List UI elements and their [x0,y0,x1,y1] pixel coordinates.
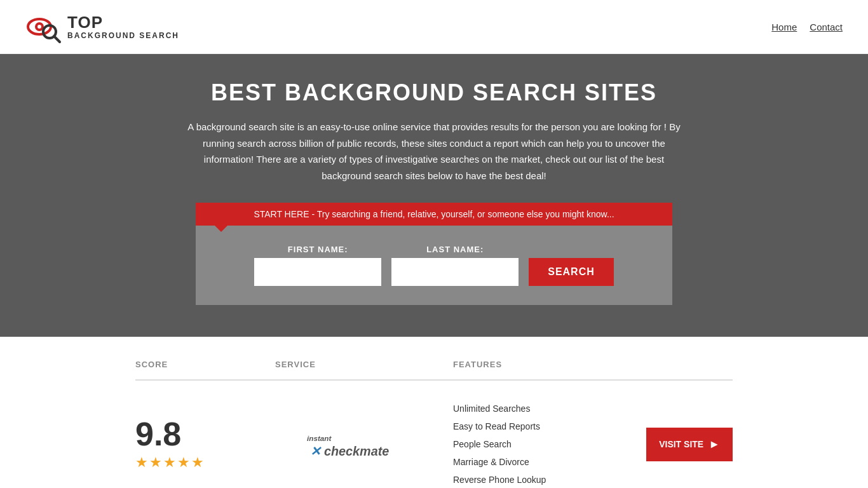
main-nav: Home Contact [771,22,843,32]
last-name-label: LAST NAME: [391,245,519,254]
hero-section: BEST BACKGROUND SEARCH SITES A backgroun… [0,54,868,337]
logo-top: TOP [67,13,179,32]
star-2: ★ [149,454,162,471]
list-item: Marriage & Divorce [453,453,546,471]
score-col: 9.8 ★ ★ ★ ★ ★ [135,417,275,471]
score-number: 9.8 [135,417,181,451]
logo: TOP BACKGROUND SEARCH [25,8,179,46]
features-col: Unlimited Searches Easy to Read Reports … [453,400,733,488]
list-item: People Search [453,435,546,453]
star-5: ★ [191,454,204,471]
svg-text:✕: ✕ [310,444,322,458]
service-col: instant ✕ checkmate [275,425,453,463]
col-service-header: SERVICE [275,360,453,369]
svg-point-2 [37,25,41,29]
results-header: SCORE SERVICE FEATURES [135,349,733,381]
results-section: SCORE SERVICE FEATURES 9.8 ★ ★ ★ ★ ★ ins… [123,349,745,488]
page-title: BEST BACKGROUND SEARCH SITES [13,79,855,106]
logo-text: TOP BACKGROUND SEARCH [67,13,179,40]
features-list: Unlimited Searches Easy to Read Reports … [453,400,546,488]
site-header: TOP BACKGROUND SEARCH Home Contact [0,0,868,54]
visit-site-label: VISIT SITE [659,439,703,449]
search-box: FIRST NAME: LAST NAME: SEARCH [196,226,672,305]
list-item: Reverse Phone Lookup [453,471,546,488]
last-name-input[interactable] [391,258,519,286]
svg-text:checkmate: checkmate [324,444,389,458]
nav-contact[interactable]: Contact [810,22,843,32]
star-4: ★ [177,454,190,471]
hero-description: A background search site is an easy-to-u… [180,119,688,184]
logo-icon [25,8,64,46]
svg-text:instant: instant [307,434,332,442]
search-button[interactable]: SEARCH [529,258,614,286]
stars: ★ ★ ★ ★ ★ [135,454,204,471]
star-3: ★ [163,454,176,471]
list-item: Easy to Read Reports [453,417,546,435]
col-features-header: FEATURES [453,360,733,369]
checkmate-logo: instant ✕ checkmate [307,425,421,463]
col-score-header: SCORE [135,360,275,369]
search-fields: FIRST NAME: LAST NAME: SEARCH [208,245,660,286]
table-row: 9.8 ★ ★ ★ ★ ★ instant ✕ checkmate [135,381,733,488]
nav-home[interactable]: Home [771,22,797,32]
star-1: ★ [135,454,148,471]
first-name-input[interactable] [254,258,381,286]
last-name-group: LAST NAME: [391,245,519,286]
arrow-icon: ► [709,438,720,451]
list-item: Unlimited Searches [453,400,546,417]
svg-line-4 [54,36,60,42]
first-name-label: FIRST NAME: [254,245,381,254]
visit-site-button-1[interactable]: VISIT SITE ► [646,428,733,461]
logo-bottom: BACKGROUND SEARCH [67,32,179,40]
checkmate-svg: instant ✕ checkmate [307,425,421,463]
first-name-group: FIRST NAME: [254,245,381,286]
search-prompt: START HERE - Try searching a friend, rel… [196,203,672,226]
